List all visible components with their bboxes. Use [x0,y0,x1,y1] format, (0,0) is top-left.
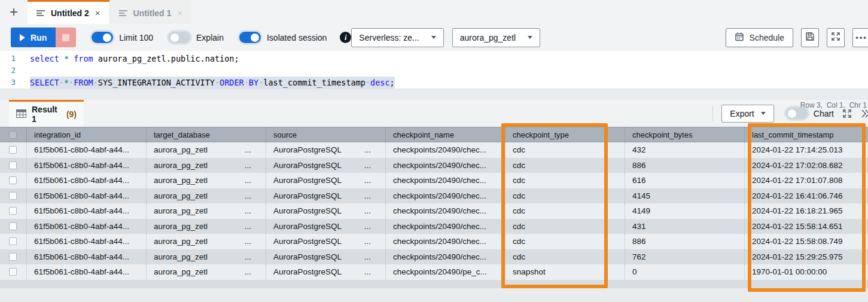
query-toolbar: Run Limit 100 Explain Isolated session i… [0,24,868,51]
cell-target_database: aurora_pg_zetl... [147,173,266,188]
chevron-down-icon [761,112,766,115]
run-button[interactable]: Run [11,28,56,47]
cell-overflow-indicator: ... [364,267,385,276]
cell-checkpoint_name: checkpoints/20490/pe_c... [386,264,505,280]
cell-last_commit_timestamp: 2024-01-22 15:29:25.975 [745,249,868,265]
column-header-last_commit_timestamp[interactable]: last_commit_timestamp [745,127,868,142]
new-tab-button[interactable]: + [0,0,28,24]
cell-source: AuroraPostgreSQL... [266,219,386,234]
cell-source: AuroraPostgreSQL... [266,264,386,280]
row-checkbox[interactable] [9,207,17,215]
row-checkbox[interactable] [9,146,17,154]
table-row[interactable]: 61f5b061-c8b0-4abf-a44...aurora_pg_zetl.… [0,173,868,188]
column-header-target_database[interactable]: target_database [147,127,266,142]
limit-toggle[interactable] [92,32,113,43]
cell-checkpoint_bytes: 4145 [625,188,745,204]
row-checkbox[interactable] [9,237,17,245]
cell-target_database: aurora_pg_zetl... [147,188,266,204]
export-button[interactable]: Export [721,105,773,123]
cell-target_database: aurora_pg_zetl... [147,219,266,234]
table-row[interactable]: 61f5b061-c8b0-4abf-a44...aurora_pg_zetl.… [0,264,868,280]
fullscreen-button[interactable] [827,28,845,47]
cell-checkpoint_bytes: 616 [625,173,745,188]
explain-toggle[interactable] [169,32,190,43]
info-icon[interactable]: i [340,32,351,43]
tab-untitled-2[interactable]: Untitled 2 × [28,0,109,24]
run-group: Run [11,28,76,47]
table-row[interactable]: 61f5b061-c8b0-4abf-a44...aurora_pg_zetl.… [0,142,868,158]
cell-checkpoint_type: cdc [505,188,625,204]
isolated-session-toggle-group: Isolated session [239,32,327,43]
result-row-count: (9) [66,109,77,119]
tab-untitled-1[interactable]: Untitled 1 × [109,0,192,24]
row-checkbox[interactable] [9,176,17,184]
cell-integration_id: 61f5b061-c8b0-4abf-a44... [27,173,147,188]
save-button[interactable] [801,28,819,47]
row-select-cell [0,249,27,265]
row-checkbox[interactable] [9,268,17,276]
column-header-source[interactable]: source [266,127,386,142]
column-header-checkpoint_bytes[interactable]: checkpoint_bytes [625,127,745,142]
chevron-down-icon [431,36,436,39]
cell-source: AuroraPostgreSQL... [266,188,386,204]
table-row[interactable]: 61f5b061-c8b0-4abf-a44...aurora_pg_zetl.… [0,203,868,219]
isolated-session-toggle[interactable] [239,32,261,43]
cluster-select[interactable]: Serverless: ze... [351,28,443,47]
save-icon [805,32,815,43]
row-select-cell [0,158,27,173]
cell-target_database: aurora_pg_zetl... [147,264,266,280]
cell-overflow-indicator: ... [364,222,385,231]
cluster-select-value: Serverless: ze... [359,33,419,42]
cell-overflow-indicator: ... [245,191,266,200]
results-right-controls: Export Chart [712,100,868,127]
results-toolbar: Result 1 (9) Export Chart [0,100,868,127]
row-select-cell [0,219,27,234]
table-row[interactable]: 61f5b061-c8b0-4abf-a44...aurora_pg_zetl.… [0,219,868,234]
cell-checkpoint_type: cdc [505,203,625,219]
column-header-integration_id[interactable]: integration_id [27,127,147,142]
column-header-checkpoint_name[interactable]: checkpoint_name [386,127,505,142]
cell-target_database: aurora_pg_zetl... [147,249,266,265]
column-header-checkpoint_type[interactable]: checkpoint_type [505,127,625,142]
cell-last_commit_timestamp: 2024-01-22 17:02:08.682 [745,158,868,173]
stop-icon [62,34,69,41]
cell-checkpoint_type: cdc [505,173,625,188]
chart-toggle-group: Chart [786,108,834,119]
table-row[interactable]: 61f5b061-c8b0-4abf-a44...aurora_pg_zetl.… [0,158,868,173]
collapse-panel-button[interactable] [860,109,868,118]
select-all-checkbox[interactable] [9,131,17,139]
stop-button[interactable] [56,28,76,47]
close-tab-icon[interactable]: × [95,8,101,18]
cell-overflow-indicator: ... [245,252,266,261]
cell-checkpoint_type: cdc [505,142,625,158]
row-checkbox[interactable] [9,222,17,230]
expand-results-button[interactable] [842,109,852,118]
cell-source: AuroraPostgreSQL... [266,249,386,265]
cell-overflow-indicator: ... [364,145,385,154]
sql-editor[interactable]: 1select * from aurora_pg_zetl.public.nat… [0,51,868,89]
editor-tab-bar: + Untitled 2 × Untitled 1 × [0,0,868,24]
row-checkbox[interactable] [9,161,17,169]
result-tab[interactable]: Result 1 (9) [9,100,84,127]
schedule-button[interactable]: Schedule [726,28,793,47]
isolated-session-toggle-label: Isolated session [267,33,327,42]
cell-integration_id: 61f5b061-c8b0-4abf-a44... [27,234,147,249]
database-select[interactable]: aurora_pg_zetl [452,28,540,47]
chart-toggle[interactable] [786,108,808,119]
cell-target_database: aurora_pg_zetl... [147,142,266,158]
table-row[interactable]: 61f5b061-c8b0-4abf-a44...aurora_pg_zetl.… [0,188,868,204]
cell-overflow-indicator: ... [245,145,266,154]
close-tab-icon[interactable]: × [176,8,183,18]
row-select-cell [0,188,27,204]
row-select-cell [0,264,27,280]
row-checkbox[interactable] [9,192,17,200]
row-checkbox[interactable] [9,253,17,261]
cell-overflow-indicator: ... [364,161,385,170]
cell-last_commit_timestamp: 1970-01-01 00:00:00 [745,264,868,280]
cell-integration_id: 61f5b061-c8b0-4abf-a44... [27,203,147,219]
line-number: 2 [0,65,30,77]
table-row[interactable]: 61f5b061-c8b0-4abf-a44...aurora_pg_zetl.… [0,249,868,265]
table-row[interactable]: 61f5b061-c8b0-4abf-a44...aurora_pg_zetl.… [0,234,868,249]
script-icon [36,9,45,17]
more-options-button[interactable]: ••• [852,28,868,47]
